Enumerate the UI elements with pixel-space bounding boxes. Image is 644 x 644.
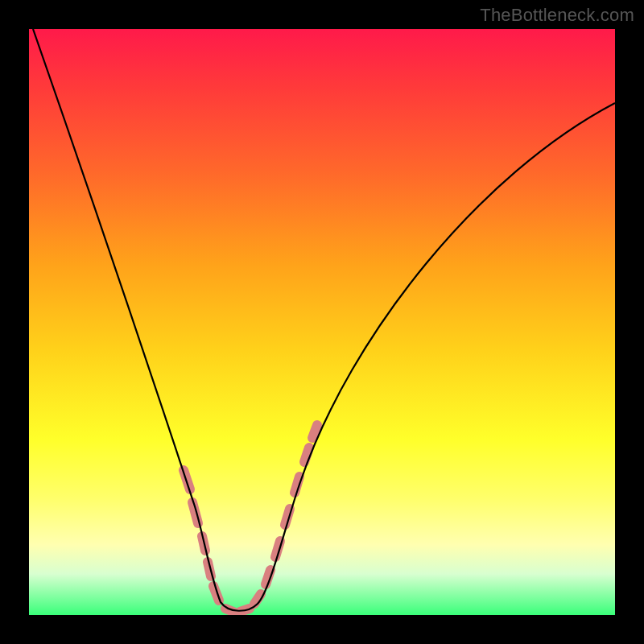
highlight-dash [312, 425, 317, 438]
highlight-dash-group [184, 425, 317, 612]
watermark-text: TheBottleneck.com [480, 5, 634, 26]
curve-layer [29, 29, 615, 615]
chart-frame: TheBottleneck.com [0, 0, 644, 644]
bottleneck-curve [33, 29, 615, 611]
plot-area [29, 29, 615, 615]
